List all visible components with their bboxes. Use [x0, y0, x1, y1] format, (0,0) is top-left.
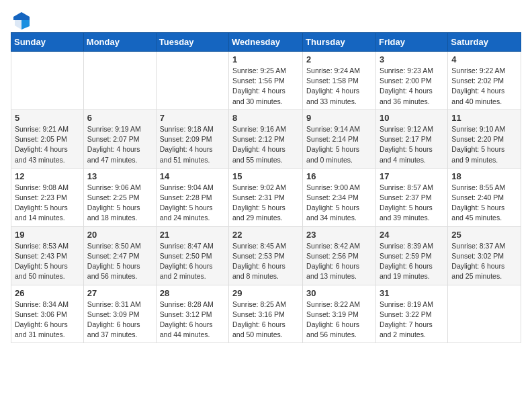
day-number: 9 [306, 113, 372, 123]
day-number: 25 [451, 230, 517, 240]
day-number: 28 [160, 288, 225, 298]
calendar-cell: 4Sunrise: 9:22 AM Sunset: 2:02 PM Daylig… [448, 52, 521, 110]
day-number: 30 [306, 288, 372, 298]
day-number: 29 [232, 288, 299, 298]
day-info: Sunrise: 9:22 AM Sunset: 2:02 PM Dayligh… [451, 66, 517, 107]
calendar-cell [11, 52, 84, 110]
calendar-cell: 6Sunrise: 9:19 AM Sunset: 2:07 PM Daylig… [83, 109, 156, 168]
day-info: Sunrise: 9:18 AM Sunset: 2:09 PM Dayligh… [160, 124, 225, 165]
day-number: 26 [15, 288, 80, 298]
day-number: 17 [380, 171, 444, 181]
calendar-cell [448, 285, 521, 343]
calendar-cell: 13Sunrise: 9:06 AM Sunset: 2:25 PM Dayli… [83, 168, 156, 226]
calendar-week-row: 12Sunrise: 9:08 AM Sunset: 2:23 PM Dayli… [11, 168, 521, 226]
day-number: 23 [306, 230, 372, 240]
day-number: 6 [87, 113, 152, 123]
day-number: 16 [306, 171, 372, 181]
calendar-cell: 29Sunrise: 8:25 AM Sunset: 3:16 PM Dayli… [229, 285, 303, 343]
day-info: Sunrise: 9:23 AM Sunset: 2:00 PM Dayligh… [380, 66, 444, 107]
day-number: 10 [380, 113, 444, 123]
calendar-cell: 30Sunrise: 8:22 AM Sunset: 3:19 PM Dayli… [303, 285, 376, 343]
day-number: 2 [306, 54, 372, 64]
day-of-week-header: Wednesday [229, 33, 303, 52]
day-number: 31 [380, 288, 444, 298]
calendar-cell: 12Sunrise: 9:08 AM Sunset: 2:23 PM Dayli… [11, 168, 84, 226]
day-info: Sunrise: 8:50 AM Sunset: 2:47 PM Dayligh… [87, 241, 152, 282]
day-info: Sunrise: 8:53 AM Sunset: 2:43 PM Dayligh… [15, 241, 80, 282]
day-number: 20 [87, 230, 152, 240]
day-number: 4 [451, 54, 517, 64]
day-info: Sunrise: 9:21 AM Sunset: 2:05 PM Dayligh… [15, 124, 80, 165]
day-info: Sunrise: 8:28 AM Sunset: 3:12 PM Dayligh… [160, 300, 225, 340]
calendar-week-row: 26Sunrise: 8:34 AM Sunset: 3:06 PM Dayli… [11, 285, 521, 343]
day-number: 21 [160, 230, 225, 240]
calendar-week-row: 5Sunrise: 9:21 AM Sunset: 2:05 PM Daylig… [11, 109, 521, 168]
calendar-cell: 20Sunrise: 8:50 AM Sunset: 2:47 PM Dayli… [83, 226, 156, 285]
day-info: Sunrise: 9:12 AM Sunset: 2:17 PM Dayligh… [380, 124, 444, 165]
day-info: Sunrise: 9:08 AM Sunset: 2:23 PM Dayligh… [15, 183, 80, 224]
day-info: Sunrise: 8:22 AM Sunset: 3:19 PM Dayligh… [306, 300, 372, 340]
day-info: Sunrise: 8:45 AM Sunset: 2:53 PM Dayligh… [232, 241, 299, 282]
day-info: Sunrise: 8:39 AM Sunset: 2:59 PM Dayligh… [380, 241, 444, 282]
day-info: Sunrise: 9:00 AM Sunset: 2:34 PM Dayligh… [306, 183, 372, 224]
calendar-table: SundayMondayTuesdayWednesdayThursdayFrid… [11, 32, 521, 343]
day-number: 12 [15, 171, 80, 181]
day-number: 3 [380, 54, 444, 64]
day-info: Sunrise: 8:31 AM Sunset: 3:09 PM Dayligh… [87, 300, 152, 340]
day-info: Sunrise: 8:34 AM Sunset: 3:06 PM Dayligh… [15, 300, 80, 340]
calendar-week-row: 19Sunrise: 8:53 AM Sunset: 2:43 PM Dayli… [11, 226, 521, 285]
day-info: Sunrise: 9:24 AM Sunset: 1:58 PM Dayligh… [306, 66, 372, 107]
calendar-cell: 3Sunrise: 9:23 AM Sunset: 2:00 PM Daylig… [375, 52, 447, 110]
calendar-cell: 31Sunrise: 8:19 AM Sunset: 3:22 PM Dayli… [375, 285, 447, 343]
calendar-cell: 11Sunrise: 9:10 AM Sunset: 2:20 PM Dayli… [448, 109, 521, 168]
day-info: Sunrise: 8:55 AM Sunset: 2:40 PM Dayligh… [451, 183, 517, 224]
day-number: 27 [87, 288, 152, 298]
day-number: 19 [15, 230, 80, 240]
day-of-week-header: Thursday [303, 33, 376, 52]
day-number: 11 [451, 113, 517, 123]
day-info: Sunrise: 9:02 AM Sunset: 2:31 PM Dayligh… [232, 183, 299, 224]
day-number: 14 [160, 171, 225, 181]
day-info: Sunrise: 9:10 AM Sunset: 2:20 PM Dayligh… [451, 124, 517, 165]
day-info: Sunrise: 8:19 AM Sunset: 3:22 PM Dayligh… [380, 300, 444, 340]
day-number: 1 [232, 54, 299, 64]
day-number: 18 [451, 171, 517, 181]
calendar-week-row: 1Sunrise: 9:25 AM Sunset: 1:56 PM Daylig… [11, 52, 521, 110]
calendar-cell [156, 52, 228, 110]
day-info: Sunrise: 8:57 AM Sunset: 2:37 PM Dayligh… [380, 183, 444, 224]
calendar-cell: 1Sunrise: 9:25 AM Sunset: 1:56 PM Daylig… [229, 52, 303, 110]
day-of-week-header: Tuesday [156, 33, 228, 52]
day-of-week-header: Friday [375, 33, 447, 52]
calendar-cell: 19Sunrise: 8:53 AM Sunset: 2:43 PM Dayli… [11, 226, 84, 285]
day-number: 5 [15, 113, 80, 123]
calendar-cell: 26Sunrise: 8:34 AM Sunset: 3:06 PM Dayli… [11, 285, 84, 343]
calendar-cell: 5Sunrise: 9:21 AM Sunset: 2:05 PM Daylig… [11, 109, 84, 168]
day-number: 24 [380, 230, 444, 240]
day-info: Sunrise: 9:14 AM Sunset: 2:14 PM Dayligh… [306, 124, 372, 165]
calendar-cell: 15Sunrise: 9:02 AM Sunset: 2:31 PM Dayli… [229, 168, 303, 226]
day-info: Sunrise: 8:42 AM Sunset: 2:56 PM Dayligh… [306, 241, 372, 282]
calendar-cell: 27Sunrise: 8:31 AM Sunset: 3:09 PM Dayli… [83, 285, 156, 343]
day-of-week-header: Saturday [448, 33, 521, 52]
calendar-cell: 28Sunrise: 8:28 AM Sunset: 3:12 PM Dayli… [156, 285, 228, 343]
calendar-cell: 16Sunrise: 9:00 AM Sunset: 2:34 PM Dayli… [303, 168, 376, 226]
day-info: Sunrise: 8:37 AM Sunset: 3:02 PM Dayligh… [451, 241, 517, 282]
calendar-cell: 23Sunrise: 8:42 AM Sunset: 2:56 PM Dayli… [303, 226, 376, 285]
calendar-cell: 17Sunrise: 8:57 AM Sunset: 2:37 PM Dayli… [375, 168, 447, 226]
day-number: 7 [160, 113, 225, 123]
calendar-cell: 7Sunrise: 9:18 AM Sunset: 2:09 PM Daylig… [156, 109, 228, 168]
calendar-cell: 2Sunrise: 9:24 AM Sunset: 1:58 PM Daylig… [303, 52, 376, 110]
calendar-cell: 9Sunrise: 9:14 AM Sunset: 2:14 PM Daylig… [303, 109, 376, 168]
svg-marker-1 [13, 12, 30, 20]
day-number: 15 [232, 171, 299, 181]
svg-marker-2 [21, 20, 30, 30]
calendar-cell: 8Sunrise: 9:16 AM Sunset: 2:12 PM Daylig… [229, 109, 303, 168]
calendar-cell: 24Sunrise: 8:39 AM Sunset: 2:59 PM Dayli… [375, 226, 447, 285]
logo-icon [12, 11, 31, 30]
day-info: Sunrise: 9:25 AM Sunset: 1:56 PM Dayligh… [232, 66, 299, 107]
day-of-week-header: Sunday [11, 33, 84, 52]
day-info: Sunrise: 9:19 AM Sunset: 2:07 PM Dayligh… [87, 124, 152, 165]
calendar-cell: 18Sunrise: 8:55 AM Sunset: 2:40 PM Dayli… [448, 168, 521, 226]
logo [11, 11, 31, 27]
calendar-cell: 25Sunrise: 8:37 AM Sunset: 3:02 PM Dayli… [448, 226, 521, 285]
